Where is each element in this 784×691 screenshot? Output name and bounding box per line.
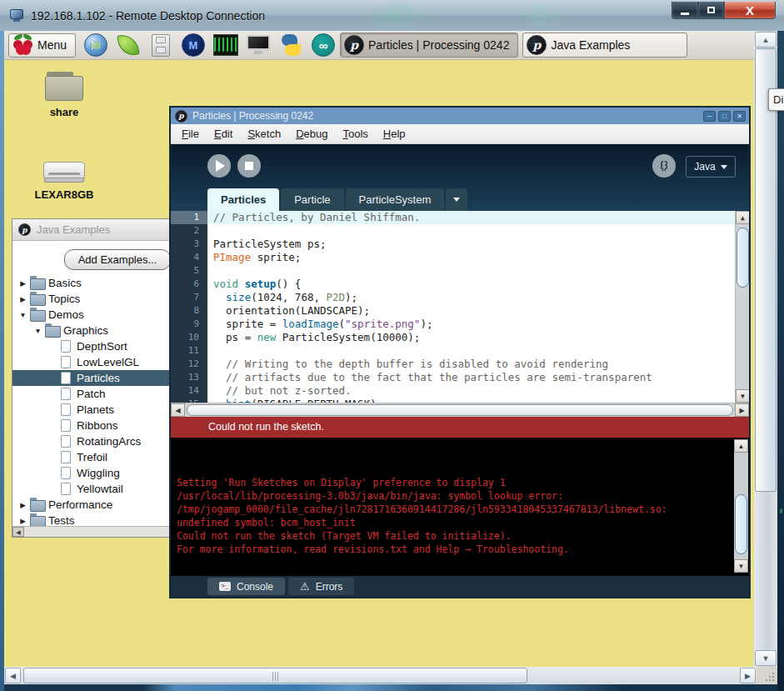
raspberry-pi-icon — [12, 34, 34, 56]
debug-button[interactable] — [652, 154, 676, 178]
menu-sketch[interactable]: Sketch — [240, 128, 288, 140]
code-line[interactable]: 13 // artifacts due to the fact that the… — [171, 371, 749, 384]
chevron-down-icon — [453, 198, 460, 202]
code-line[interactable]: 12 // Writing to the depth buffer is dis… — [171, 358, 749, 371]
python-icon[interactable] — [278, 33, 303, 58]
midori-leaf-icon[interactable] — [116, 33, 141, 58]
line-number: 3 — [171, 238, 207, 251]
footer-tab-errors[interactable]: ⚠Errors — [288, 578, 354, 595]
scroll-down-icon[interactable]: ▼ — [755, 650, 777, 666]
code-line[interactable]: 10 ps = new ParticleSystem(10000); — [171, 331, 749, 344]
scrollbar-thumb[interactable] — [737, 228, 749, 288]
web-browser-icon[interactable] — [83, 33, 108, 58]
scroll-left-icon[interactable]: ◀ — [12, 527, 24, 537]
tree-collapsed-icon[interactable]: ▶ — [17, 279, 28, 288]
scroll-left-icon[interactable]: ◀ — [5, 668, 21, 683]
scroll-right-icon[interactable]: ▶ — [735, 403, 749, 417]
line-number: 7 — [171, 291, 207, 304]
menu-help[interactable]: Help — [376, 128, 413, 140]
code-line[interactable]: 3ParticleSystem ps; — [171, 238, 749, 251]
editor-vertical-scrollbar[interactable]: ▲ ▼ — [735, 211, 749, 403]
scrollbar-thumb[interactable] — [755, 48, 777, 492]
menu-debug[interactable]: Debug — [288, 128, 335, 140]
minimize-button[interactable] — [672, 2, 698, 19]
folder-icon — [30, 294, 44, 304]
tree-collapsed-icon[interactable]: ▶ — [17, 295, 28, 303]
scroll-right-icon[interactable]: ▶ — [740, 668, 756, 683]
scroll-up-icon[interactable]: ▲ — [736, 211, 749, 224]
code-line-text: orientation(LANDSCAPE); — [207, 304, 749, 318]
line-number: 11 — [171, 344, 207, 358]
close-button[interactable]: X — [724, 2, 776, 19]
tab-dropdown-button[interactable] — [446, 188, 467, 211]
matrix-terminal-icon[interactable] — [213, 33, 238, 58]
scroll-left-icon[interactable]: ◀ — [171, 403, 185, 417]
taskbar-window-button[interactable]: pJava Examples — [522, 33, 687, 58]
code-line[interactable]: 4PImage sprite; — [171, 251, 749, 264]
rdp-titlebar: 192.168.1.102 - Remote Desktop Connectio… — [0, 0, 784, 31]
mathematica-icon[interactable]: M — [181, 33, 206, 58]
code-line-text: sprite = loadImage("sprite.png"); — [207, 318, 749, 331]
ide-maximize-button[interactable]: □ — [718, 111, 731, 122]
tree-collapsed-icon[interactable]: ▶ — [17, 517, 28, 525]
monitor-terminal-icon[interactable] — [246, 33, 271, 58]
scrollbar-thumb[interactable] — [187, 404, 733, 416]
ide-close-button[interactable]: ✕ — [733, 111, 746, 122]
ide-minimize-button[interactable]: ─ — [703, 111, 716, 122]
ide-window-controls: ─ □ ✕ — [703, 111, 749, 122]
taskbar-window-buttons: pParticles | Processing 0242pJava Exampl… — [336, 33, 687, 58]
footer-tab-console[interactable]: >_Console — [207, 578, 285, 595]
code-line[interactable]: 11 — [171, 344, 749, 358]
file-manager-icon[interactable] — [148, 33, 173, 58]
resize-grip[interactable] — [757, 667, 777, 684]
taskbar-window-button[interactable]: pParticles | Processing 0242 — [340, 33, 518, 58]
examples-window-title: Java Examples — [37, 223, 110, 236]
tree-expanded-icon[interactable]: ▼ — [17, 311, 28, 319]
file-icon — [61, 467, 71, 479]
code-line[interactable]: 5 — [171, 264, 749, 278]
line-number: 5 — [171, 264, 207, 278]
scroll-up-icon[interactable]: ▲ — [734, 439, 748, 453]
console-line: /tmp/jogamp_0000/file_cache/jln728171636… — [177, 503, 667, 516]
run-button[interactable] — [207, 154, 231, 178]
menu-file[interactable]: File — [174, 128, 207, 140]
add-examples-button[interactable]: Add Examples... — [64, 249, 171, 270]
desktop-icon-lexar8gb[interactable]: LEXAR8GB — [32, 162, 96, 201]
desktop: share LEXAR8GB p Java Examples Add Examp… — [4, 60, 754, 667]
code-line[interactable]: 14 // but not z-sorted. — [171, 384, 749, 398]
tooltip-fragment: Di — [768, 88, 784, 111]
debug-butterfly-icon — [657, 158, 671, 173]
code-line[interactable]: 6void setup() { — [171, 278, 749, 291]
code-line[interactable]: 2 — [171, 224, 749, 238]
stop-button[interactable] — [237, 154, 261, 178]
code-editor[interactable]: 1// Particles, by Daniel Shiffman.23Part… — [171, 211, 749, 403]
tree-collapsed-icon[interactable]: ▶ — [17, 501, 28, 509]
console-vertical-scrollbar[interactable]: ▲ ▼ — [734, 439, 748, 573]
scroll-up-icon[interactable]: ▲ — [755, 32, 777, 48]
scroll-down-icon[interactable]: ▼ — [736, 389, 749, 403]
code-line-text: // Particles, by Daniel Shiffman. — [207, 211, 749, 224]
menu-tools[interactable]: Tools — [335, 128, 375, 140]
scroll-down-icon[interactable]: ▼ — [734, 559, 748, 573]
start-menu-button[interactable]: Menu — [8, 33, 76, 58]
tab-particlesystem[interactable]: ParticleSystem — [346, 188, 445, 211]
tab-particles[interactable]: Particles — [207, 188, 279, 211]
file-icon — [61, 419, 71, 432]
maximize-button[interactable] — [698, 2, 724, 19]
code-line[interactable]: 8 orientation(LANDSCAPE); — [171, 304, 749, 318]
code-line[interactable]: 7 size(1024, 768, P2D); — [171, 291, 749, 304]
tab-particle[interactable]: Particle — [281, 188, 343, 211]
menu-edit[interactable]: Edit — [207, 128, 240, 140]
scrollbar-thumb[interactable] — [735, 494, 747, 554]
arduino-icon[interactable]: ∞ — [311, 33, 336, 58]
desktop-icon-share[interactable]: share — [32, 72, 96, 118]
code-line[interactable]: 9 sprite = loadImage("sprite.png"); — [171, 318, 749, 331]
rdp-vertical-scrollbar[interactable]: ▲ ▼ — [754, 31, 777, 667]
editor-horizontal-scrollbar[interactable]: ◀ ▶ — [171, 403, 749, 417]
scrollbar-thumb[interactable] — [23, 668, 527, 683]
mode-selector[interactable]: Java — [686, 156, 736, 178]
tree-expanded-icon[interactable]: ▼ — [32, 327, 43, 335]
code-line[interactable]: 1// Particles, by Daniel Shiffman. — [171, 211, 749, 224]
footer-tabs: >_Console⚠Errors — [171, 576, 749, 597]
rdp-horizontal-scrollbar[interactable]: ◀ ▶ — [4, 667, 757, 684]
